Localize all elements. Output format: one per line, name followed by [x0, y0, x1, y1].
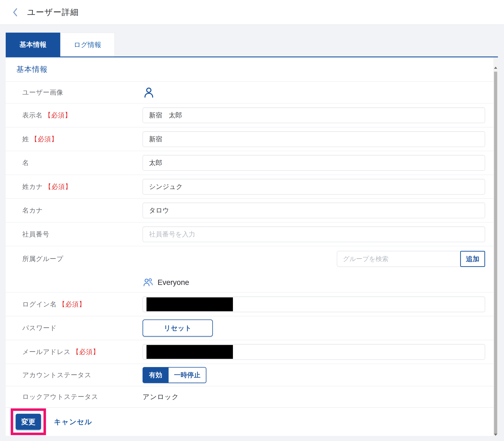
chevron-left-icon [11, 7, 19, 17]
row-email: メールアドレス 【必須】 [6, 340, 493, 364]
page-header: ユーザー詳細 [0, 0, 504, 25]
login-name-label: ログイン名 【必須】 [22, 300, 142, 309]
groups-label: 所属グループ [22, 254, 142, 263]
status-option-suspended[interactable]: 一時停止 [169, 367, 206, 383]
person-icon[interactable] [142, 86, 155, 99]
form-footer: 変更 キャンセル [6, 407, 493, 436]
cancel-link[interactable]: キャンセル [54, 417, 92, 427]
last-name-input[interactable] [142, 131, 485, 147]
tab-basic-info[interactable]: 基本情報 [6, 32, 60, 57]
last-name-kana-label: 姓カナ 【必須】 [22, 182, 142, 191]
people-icon [142, 277, 154, 288]
basic-info-panel: 基本情報 ユーザー画像 表示名 【必須】 [6, 57, 493, 436]
display-name-label: 表示名 【必須】 [22, 111, 142, 120]
required-badge: 【必須】 [59, 300, 86, 309]
required-badge: 【必須】 [44, 111, 71, 120]
row-user-image: ユーザー画像 [6, 81, 493, 103]
redacted-value [146, 345, 233, 359]
first-name-kana-input[interactable] [142, 203, 485, 218]
user-detail-page: ユーザー詳細 基本情報 ログ情報 基本情報 ユーザー画像 [0, 0, 504, 441]
first-name-label: 名 [22, 158, 142, 167]
lockout-status-label: ロックアウトステータス [22, 392, 142, 401]
account-status-toggle: 有効 一時停止 [142, 367, 206, 383]
row-first-name-kana: 名カナ [6, 198, 493, 222]
group-search-input[interactable] [337, 251, 460, 267]
account-status-label: アカウントステータス [22, 371, 142, 379]
triangle-down-icon [494, 434, 497, 436]
section-title: 基本情報 [6, 57, 493, 81]
back-button[interactable] [10, 7, 21, 18]
scroll-down-arrow[interactable] [493, 431, 498, 439]
password-label: パスワード [22, 324, 142, 332]
display-name-input[interactable] [142, 108, 485, 123]
highlight-annotation: 変更 [11, 409, 46, 435]
email-input[interactable] [142, 344, 485, 360]
tab-log-info[interactable]: ログ情報 [60, 32, 115, 57]
first-name-kana-label: 名カナ [22, 206, 142, 215]
email-label: メールアドレス 【必須】 [22, 347, 142, 356]
redacted-value [146, 297, 233, 311]
password-reset-button[interactable]: リセット [142, 319, 213, 337]
row-display-name: 表示名 【必須】 [6, 103, 493, 127]
triangle-up-icon [494, 67, 497, 69]
add-group-button[interactable]: 追加 [460, 251, 485, 267]
required-badge: 【必須】 [31, 135, 58, 144]
group-list-item[interactable]: Everyone [142, 277, 485, 288]
employee-number-input[interactable] [142, 226, 485, 242]
status-option-active[interactable]: 有効 [142, 367, 169, 383]
row-last-name-kana: 姓カナ 【必須】 [6, 175, 493, 198]
row-first-name: 名 [6, 151, 493, 175]
first-name-input[interactable] [142, 155, 485, 171]
group-name: Everyone [158, 278, 189, 287]
row-employee-number: 社員番号 [6, 222, 493, 246]
row-password: パスワード リセット [6, 316, 493, 340]
scroll-up-arrow[interactable] [493, 64, 498, 72]
required-badge: 【必須】 [72, 347, 99, 356]
row-login-name: ログイン名 【必須】 [6, 292, 493, 316]
row-lockout-status: ロックアウトステータス アンロック [6, 386, 493, 407]
employee-number-label: 社員番号 [22, 230, 142, 239]
row-last-name: 姓 【必須】 [6, 127, 493, 151]
row-account-status: アカウントステータス 有効 一時停止 [6, 364, 493, 386]
lockout-status-value: アンロック [142, 392, 179, 401]
scrollbar [493, 57, 498, 439]
page-title: ユーザー詳細 [27, 7, 79, 18]
submit-button[interactable]: 変更 [16, 414, 41, 430]
tab-bar: 基本情報 ログ情報 [6, 32, 115, 57]
last-name-label: 姓 【必須】 [22, 135, 142, 144]
scrollbar-thumb[interactable] [494, 72, 497, 434]
user-image-label: ユーザー画像 [22, 88, 142, 97]
last-name-kana-input[interactable] [142, 179, 485, 195]
row-groups: 所属グループ 追加 Everyone [6, 246, 493, 292]
login-name-input[interactable] [142, 297, 485, 312]
content-background: 基本情報 ログ情報 基本情報 ユーザー画像 表示名 [0, 25, 504, 441]
required-badge: 【必須】 [45, 182, 72, 191]
